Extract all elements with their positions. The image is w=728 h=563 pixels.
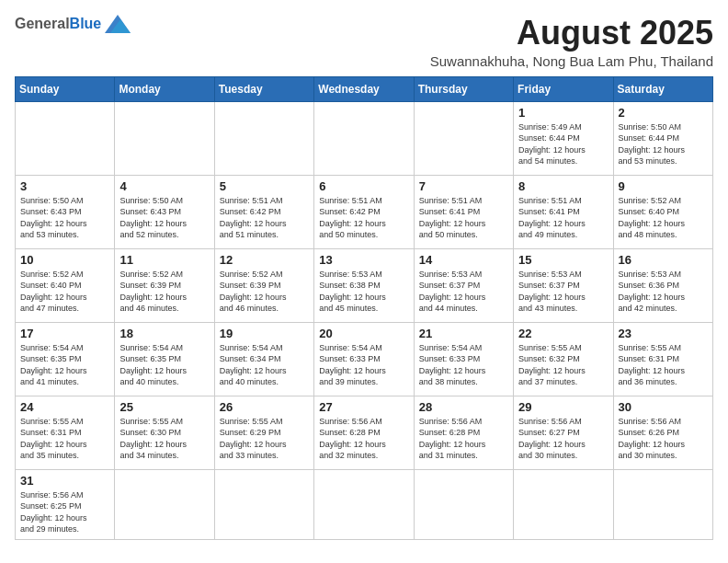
calendar-subtitle: Suwannakhuha, Nong Bua Lam Phu, Thailand [430,53,713,69]
day-info: Sunrise: 5:56 AM Sunset: 6:27 PM Dayligh… [518,416,608,462]
day-info: Sunrise: 5:55 AM Sunset: 6:29 PM Dayligh… [220,416,309,462]
calendar-cell [414,469,513,539]
calendar-cell: 3Sunrise: 5:50 AM Sunset: 6:43 PM Daylig… [16,175,115,248]
calendar-cell [613,469,712,539]
calendar-cell: 15Sunrise: 5:53 AM Sunset: 6:37 PM Dayli… [514,248,613,322]
day-number: 17 [20,327,109,340]
calendar-cell: 23Sunrise: 5:55 AM Sunset: 6:31 PM Dayli… [613,322,712,396]
calendar-cell [314,469,414,539]
weekday-header-tuesday: Tuesday [214,76,313,101]
day-info: Sunrise: 5:55 AM Sunset: 6:30 PM Dayligh… [119,416,209,462]
day-number: 22 [518,327,608,340]
day-info: Sunrise: 5:54 AM Sunset: 6:33 PM Dayligh… [319,342,408,388]
calendar-cell: 5Sunrise: 5:51 AM Sunset: 6:42 PM Daylig… [214,175,313,248]
weekday-header-monday: Monday [115,76,214,101]
calendar-cell: 14Sunrise: 5:53 AM Sunset: 6:37 PM Dayli… [414,248,513,322]
day-info: Sunrise: 5:52 AM Sunset: 6:40 PM Dayligh… [619,195,708,241]
calendar-cell: 31Sunrise: 5:56 AM Sunset: 6:25 PM Dayli… [16,469,115,539]
day-info: Sunrise: 5:51 AM Sunset: 6:42 PM Dayligh… [220,195,309,241]
day-number: 20 [319,327,408,340]
day-info: Sunrise: 5:54 AM Sunset: 6:35 PM Dayligh… [20,342,109,388]
logo-icon [105,15,131,33]
weekday-header-row: SundayMondayTuesdayWednesdayThursdayFrid… [16,76,713,101]
calendar-cell [314,101,414,175]
weekday-header-saturday: Saturday [613,76,712,101]
day-info: Sunrise: 5:54 AM Sunset: 6:34 PM Dayligh… [220,342,309,388]
calendar-cell [514,469,613,539]
day-info: Sunrise: 5:53 AM Sunset: 6:38 PM Dayligh… [319,269,408,315]
calendar-cell: 12Sunrise: 5:52 AM Sunset: 6:39 PM Dayli… [214,248,313,322]
day-number: 19 [220,327,309,340]
calendar-cell: 1Sunrise: 5:49 AM Sunset: 6:44 PM Daylig… [514,101,613,175]
page-header: General Blue August 2025 Suwannakhuha, N… [15,15,713,69]
calendar-cell: 27Sunrise: 5:56 AM Sunset: 6:28 PM Dayli… [314,396,414,469]
calendar-cell: 6Sunrise: 5:51 AM Sunset: 6:42 PM Daylig… [314,175,414,248]
calendar-cell: 17Sunrise: 5:54 AM Sunset: 6:35 PM Dayli… [16,322,115,396]
day-number: 6 [319,179,408,193]
day-info: Sunrise: 5:56 AM Sunset: 6:25 PM Dayligh… [20,489,109,535]
calendar-cell: 13Sunrise: 5:53 AM Sunset: 6:38 PM Dayli… [314,248,414,322]
calendar-cell: 18Sunrise: 5:54 AM Sunset: 6:35 PM Dayli… [115,322,214,396]
weekday-header-thursday: Thursday [414,76,513,101]
day-info: Sunrise: 5:50 AM Sunset: 6:44 PM Dayligh… [619,121,708,167]
day-number: 13 [319,253,408,267]
day-info: Sunrise: 5:55 AM Sunset: 6:31 PM Dayligh… [619,342,708,388]
day-info: Sunrise: 5:50 AM Sunset: 6:43 PM Dayligh… [119,195,209,241]
weekday-header-friday: Friday [514,76,613,101]
calendar-week-2: 3Sunrise: 5:50 AM Sunset: 6:43 PM Daylig… [16,175,713,248]
day-info: Sunrise: 5:51 AM Sunset: 6:41 PM Dayligh… [419,195,508,241]
day-info: Sunrise: 5:49 AM Sunset: 6:44 PM Dayligh… [518,121,608,167]
day-info: Sunrise: 5:55 AM Sunset: 6:31 PM Dayligh… [20,416,109,462]
logo-blue-text: Blue [70,16,102,32]
day-number: 26 [220,400,309,414]
day-info: Sunrise: 5:52 AM Sunset: 6:39 PM Dayligh… [119,269,209,315]
calendar-cell: 9Sunrise: 5:52 AM Sunset: 6:40 PM Daylig… [613,175,712,248]
day-info: Sunrise: 5:51 AM Sunset: 6:41 PM Dayligh… [518,195,608,241]
day-number: 12 [220,253,309,267]
calendar-cell: 7Sunrise: 5:51 AM Sunset: 6:41 PM Daylig… [414,175,513,248]
calendar-cell [414,101,513,175]
day-info: Sunrise: 5:56 AM Sunset: 6:28 PM Dayligh… [319,416,408,462]
day-info: Sunrise: 5:53 AM Sunset: 6:37 PM Dayligh… [419,269,508,315]
calendar-cell: 10Sunrise: 5:52 AM Sunset: 6:40 PM Dayli… [16,248,115,322]
calendar-cell: 16Sunrise: 5:53 AM Sunset: 6:36 PM Dayli… [613,248,712,322]
calendar-cell: 19Sunrise: 5:54 AM Sunset: 6:34 PM Dayli… [214,322,313,396]
calendar-cell: 22Sunrise: 5:55 AM Sunset: 6:32 PM Dayli… [514,322,613,396]
title-area: August 2025 Suwannakhuha, Nong Bua Lam P… [430,15,713,69]
day-number: 27 [319,400,408,414]
day-number: 28 [419,400,508,414]
day-number: 1 [518,106,608,120]
day-number: 4 [119,179,209,193]
calendar-cell: 30Sunrise: 5:56 AM Sunset: 6:26 PM Dayli… [613,396,712,469]
day-number: 3 [20,179,109,193]
day-info: Sunrise: 5:54 AM Sunset: 6:35 PM Dayligh… [119,342,209,388]
day-number: 10 [20,253,109,267]
calendar-cell: 24Sunrise: 5:55 AM Sunset: 6:31 PM Dayli… [16,396,115,469]
day-info: Sunrise: 5:52 AM Sunset: 6:40 PM Dayligh… [20,269,109,315]
day-number: 14 [419,253,508,267]
calendar-cell [115,101,214,175]
day-number: 16 [619,253,708,267]
calendar-cell [115,469,214,539]
day-number: 30 [619,400,708,414]
day-number: 21 [419,327,508,340]
calendar-cell: 28Sunrise: 5:56 AM Sunset: 6:28 PM Dayli… [414,396,513,469]
day-info: Sunrise: 5:56 AM Sunset: 6:28 PM Dayligh… [419,416,508,462]
calendar-cell [214,469,313,539]
day-info: Sunrise: 5:55 AM Sunset: 6:32 PM Dayligh… [518,342,608,388]
day-info: Sunrise: 5:53 AM Sunset: 6:37 PM Dayligh… [518,269,608,315]
calendar-cell: 20Sunrise: 5:54 AM Sunset: 6:33 PM Dayli… [314,322,414,396]
day-info: Sunrise: 5:51 AM Sunset: 6:42 PM Dayligh… [319,195,408,241]
day-number: 11 [119,253,209,267]
weekday-header-sunday: Sunday [16,76,115,101]
day-info: Sunrise: 5:53 AM Sunset: 6:36 PM Dayligh… [619,269,708,315]
calendar-cell [16,101,115,175]
day-number: 8 [518,179,608,193]
day-number: 9 [619,179,708,193]
day-number: 18 [119,327,209,340]
calendar-cell: 8Sunrise: 5:51 AM Sunset: 6:41 PM Daylig… [514,175,613,248]
calendar-cell: 29Sunrise: 5:56 AM Sunset: 6:27 PM Dayli… [514,396,613,469]
day-number: 5 [220,179,309,193]
calendar-cell: 4Sunrise: 5:50 AM Sunset: 6:43 PM Daylig… [115,175,214,248]
calendar-cell: 25Sunrise: 5:55 AM Sunset: 6:30 PM Dayli… [115,396,214,469]
